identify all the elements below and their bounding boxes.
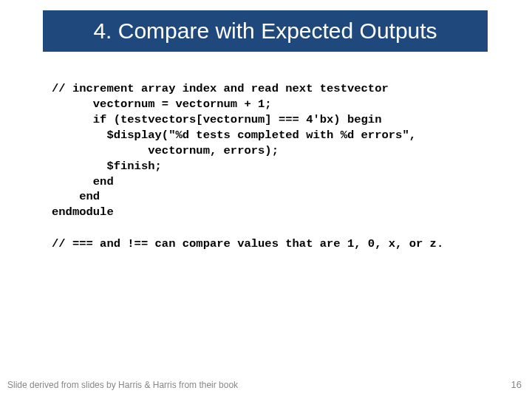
slide-title-box: 4. Compare with Expected Outputs [43, 10, 488, 52]
footer-attribution: Slide derived from slides by Harris & Ha… [7, 380, 238, 390]
code-note: // === and !== can compare values that a… [52, 236, 443, 252]
slide-number: 16 [511, 379, 522, 390]
slide-title: 4. Compare with Expected Outputs [93, 18, 437, 44]
code-block: // increment array index and read next t… [52, 81, 416, 220]
